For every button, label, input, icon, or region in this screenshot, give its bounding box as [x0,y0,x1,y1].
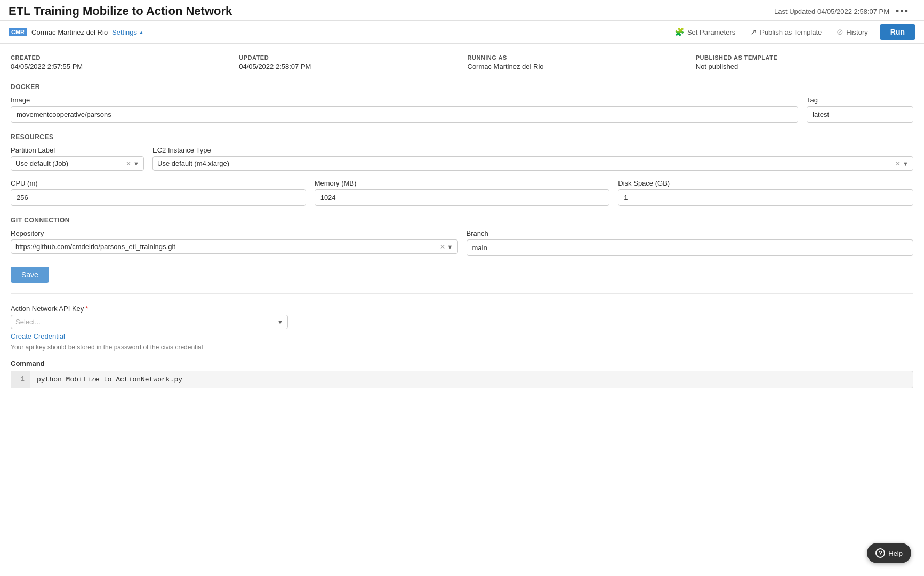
section-divider [11,293,913,294]
ec2-instance-field: EC2 Instance Type Use default (m4.xlarge… [152,146,913,171]
required-star: * [85,305,88,313]
code-line-number: 1 [11,371,30,388]
api-key-label: Action Network API Key * [11,305,288,313]
page-title: ETL Training Mobilize to Action Network [9,4,232,18]
main-content: CREATED 04/05/2022 2:57:55 PM UPDATED 04… [0,44,924,410]
docker-section: DOCKER Image Tag [11,83,913,123]
api-key-caret-icon[interactable]: ▼ [277,319,283,325]
memory-input[interactable] [315,189,610,206]
nav-left: CMR Cormac Martinez del Rio Settings ▲ [9,28,144,36]
ec2-clear-icon[interactable]: ✕ [895,160,901,167]
docker-tag-field: Tag [807,96,913,123]
created-meta: CREATED 04/05/2022 2:57:55 PM [11,54,228,70]
docker-tag-input[interactable] [807,106,913,123]
updated-meta: UPDATED 04/05/2022 2:58:07 PM [239,54,456,70]
running-as-meta: RUNNING AS Cormac Martinez del Rio [468,54,685,70]
api-key-hint: Your api key should be stored in the pas… [11,343,288,351]
docker-row: Image Tag [11,96,913,123]
disk-input[interactable] [618,189,913,206]
run-button[interactable]: Run [880,24,915,40]
repo-clear-icon[interactable]: ✕ [440,243,445,251]
git-row1: Repository https://github.com/cmdelrio/p… [11,229,913,256]
nav-user-name: Cormac Martinez del Rio [31,28,108,36]
parameters-section: Action Network API Key * Select... ▼ Cre… [11,305,913,388]
history-button[interactable]: ⊘ History [833,25,871,39]
api-key-select[interactable]: Select... ▼ [11,315,288,329]
user-badge: CMR [9,28,27,36]
cpu-field: CPU (m) [11,179,306,206]
puzzle-icon: 🧩 [674,27,685,37]
nav-bar: CMR Cormac Martinez del Rio Settings ▲ 🧩… [0,21,924,44]
resources-section: RESOURCES Partition Label Use default (J… [11,133,913,206]
resources-row2: CPU (m) Memory (MB) Disk Space (GB) [11,179,913,206]
partition-select[interactable]: Use default (Job) ✕ ▼ [11,156,144,171]
history-icon: ⊘ [837,27,843,37]
repository-select[interactable]: https://github.com/cmdelrio/parsons_etl_… [11,239,458,254]
memory-field: Memory (MB) [315,179,610,206]
branch-input[interactable] [467,239,914,256]
resources-row1: Partition Label Use default (Job) ✕ ▼ EC… [11,146,913,171]
git-section: GIT CONNECTION Repository https://github… [11,217,913,283]
partition-caret-icon[interactable]: ▼ [133,161,139,167]
api-key-field: Action Network API Key * Select... ▼ Cre… [11,305,288,351]
repository-field: Repository https://github.com/cmdelrio/p… [11,229,458,256]
share-icon: ↗ [750,27,757,37]
nav-right: 🧩 Set Parameters ↗ Publish as Template ⊘… [671,24,915,40]
save-button[interactable]: Save [11,267,49,283]
ec2-caret-icon[interactable]: ▼ [903,161,909,167]
partition-clear-icon[interactable]: ✕ [126,160,131,167]
set-parameters-button[interactable]: 🧩 Set Parameters [671,25,738,39]
title-section: ETL Training Mobilize to Action Network [9,4,232,18]
settings-caret-icon: ▲ [139,29,144,35]
branch-field: Branch [467,229,914,256]
partition-label-field: Partition Label Use default (Job) ✕ ▼ [11,146,144,171]
repo-caret-icon[interactable]: ▼ [447,244,453,250]
docker-image-field: Image [11,96,798,123]
ec2-select[interactable]: Use default (m4.xlarge) ✕ ▼ [152,156,913,171]
publish-template-button[interactable]: ↗ Publish as Template [747,25,825,39]
disk-field: Disk Space (GB) [618,179,913,206]
top-bar-right: Last Updated 04/05/2022 2:58:07 PM ••• [774,6,915,17]
command-code-block: 1 python Mobilize_to_ActionNetwork.py [11,371,913,388]
published-meta: PUBLISHED AS TEMPLATE Not published [696,54,913,70]
cpu-input[interactable] [11,189,306,206]
code-line-content: python Mobilize_to_ActionNetwork.py [30,371,189,388]
settings-link[interactable]: Settings ▲ [112,28,144,36]
more-options-button[interactable]: ••• [896,6,909,17]
last-updated: Last Updated 04/05/2022 2:58:07 PM [774,7,889,15]
docker-image-input[interactable] [11,106,798,123]
command-field: Command 1 python Mobilize_to_ActionNetwo… [11,359,913,388]
top-bar: ETL Training Mobilize to Action Network … [0,0,924,21]
create-credential-link[interactable]: Create Credential [11,332,65,340]
metadata-section: CREATED 04/05/2022 2:57:55 PM UPDATED 04… [11,54,913,70]
